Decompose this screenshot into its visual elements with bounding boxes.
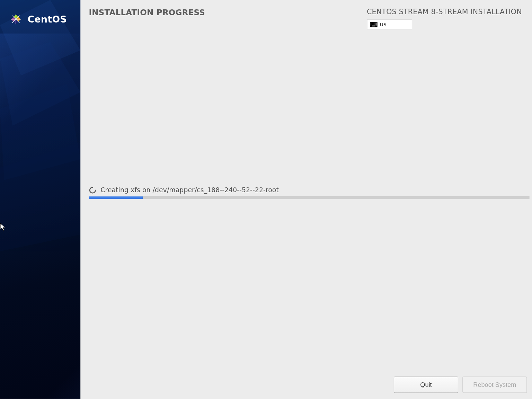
page-title: INSTALLATION PROGRESS — [89, 8, 205, 17]
progress-area: Creating xfs on /dev/mapper/cs_188--240-… — [89, 186, 529, 199]
spinner-icon — [89, 186, 96, 194]
distribution-title: CENTOS STREAM 8-STREAM INSTALLATION — [367, 8, 522, 16]
main-panel: INSTALLATION PROGRESS CENTOS STREAM 8-ST… — [80, 0, 532, 399]
quit-button[interactable]: Quit — [394, 376, 458, 393]
brand-name: CentOS — [28, 14, 67, 25]
progress-bar-fill — [89, 196, 143, 199]
progress-bar — [89, 196, 529, 199]
centos-logo-icon — [8, 11, 24, 27]
footer-buttons: Quit Reboot System — [394, 376, 527, 393]
keyboard-layout-indicator[interactable]: us — [367, 19, 412, 29]
keyboard-icon — [370, 21, 377, 27]
reboot-button: Reboot System — [462, 376, 527, 393]
keyboard-layout-label: us — [380, 21, 387, 27]
centos-logo: CentOS — [0, 0, 80, 38]
sidebar: CentOS — [0, 0, 80, 399]
progress-status-text: Creating xfs on /dev/mapper/cs_188--240-… — [100, 186, 279, 194]
